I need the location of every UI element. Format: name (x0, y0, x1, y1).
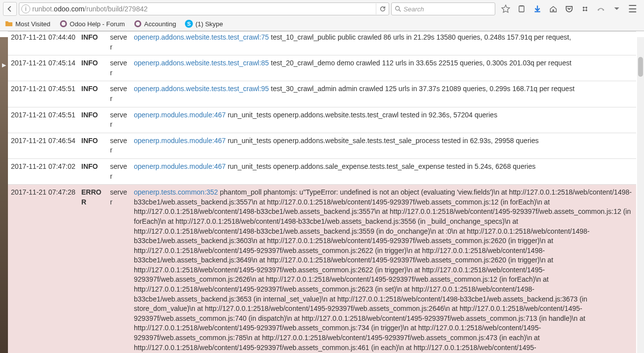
odoo-ring-icon (134, 20, 142, 28)
log-code-link[interactable]: openerp.addons.website.tests.test_crawl:… (134, 59, 269, 67)
log-level: INFO (78, 133, 107, 158)
svg-line-1 (399, 10, 401, 12)
log-code-link[interactable]: openerp.addons.website.tests.test_crawl:… (134, 85, 269, 93)
bookmark-item[interactable]: Odoo Help - Forum (59, 20, 125, 28)
log-text: test_20_crawl_demo demo crawled 112 urls… (269, 59, 571, 67)
bookmark-label: Accounting (144, 20, 176, 28)
log-timestamp: 2017-11-21 07:44:40 (8, 32, 78, 55)
log-level: ERROR (78, 185, 107, 353)
log-text: test_10_crawl_public public crawled 86 u… (269, 33, 571, 41)
log-text: run_unit_tests openerp.addons.website_sa… (226, 137, 538, 145)
sidebar-sliver: ▶ (0, 37, 8, 353)
log-message: openerp.modules.module:467 run_unit_test… (131, 133, 636, 158)
skype-icon: S (185, 20, 193, 28)
log-text: phantom_poll phantomjs: u"TypeError: und… (134, 188, 632, 353)
back-button[interactable] (3, 2, 17, 16)
url-input[interactable]: i runbot.odoo.com/runbot/build/279842 (19, 2, 389, 15)
log-message: openerp.addons.website.tests.test_crawl:… (131, 55, 636, 81)
bookmark-item[interactable]: Most Visited (5, 20, 51, 28)
log-level: INFO (78, 158, 107, 184)
log-source: server (107, 81, 131, 107)
home-icon[interactable] (549, 4, 558, 13)
svg-point-0 (396, 6, 400, 10)
log-row: 2017-11-21 07:47:28ERRORserveropenerp.te… (8, 185, 636, 353)
log-row: 2017-11-21 07:45:14INFOserveropenerp.add… (8, 55, 636, 81)
log-level: INFO (78, 55, 107, 81)
bookmark-item[interactable]: Accounting (134, 20, 176, 28)
log-source: server (107, 55, 131, 81)
log-level: INFO (78, 107, 107, 133)
log-message: openerp.modules.module:467 run_unit_test… (131, 107, 636, 133)
log-message: openerp.addons.website.tests.test_crawl:… (131, 32, 636, 55)
bookmarks-bar: Most VisitedOdoo Help - ForumAccountingS… (0, 18, 644, 31)
svg-point-8 (598, 9, 599, 11)
odoo-ring-icon (59, 20, 67, 28)
log-source: server (107, 133, 131, 158)
log-timestamp: 2017-11-21 07:46:54 (8, 133, 78, 158)
hamburger-menu-icon[interactable]: ☰ (628, 4, 637, 13)
url-bar-row: i runbot.odoo.com/runbot/build/279842 Se… (0, 0, 644, 18)
log-table: 2017-11-21 07:44:40INFOserveropenerp.add… (8, 31, 636, 353)
log-code-link[interactable]: openerp.tests.common:352 (134, 188, 218, 196)
log-source: server (107, 185, 131, 353)
log-message: openerp.addons.website.tests.test_crawl:… (131, 81, 636, 107)
log-timestamp: 2017-11-21 07:45:14 (8, 55, 78, 81)
clipboard-icon[interactable] (517, 4, 526, 13)
site-info-icon[interactable]: i (21, 4, 30, 13)
log-tbody: 2017-11-21 07:44:40INFOserveropenerp.add… (8, 32, 636, 353)
addon-icon[interactable] (581, 4, 589, 13)
log-row: 2017-11-21 07:45:51INFOserveropenerp.mod… (8, 107, 636, 133)
folder-icon (5, 20, 13, 28)
log-timestamp: 2017-11-21 07:47:28 (8, 185, 78, 353)
log-row: 2017-11-21 07:46:54INFOserveropenerp.mod… (8, 133, 636, 158)
browser-chrome: i runbot.odoo.com/runbot/build/279842 Se… (0, 0, 644, 31)
reload-button[interactable] (376, 3, 387, 14)
log-row: 2017-11-21 07:44:40INFOserveropenerp.add… (8, 32, 636, 55)
log-level: INFO (78, 32, 107, 55)
scrollbar[interactable] (637, 37, 644, 353)
addon2-icon[interactable] (596, 4, 605, 13)
log-text: run_unit_tests openerp.addons.sale_expen… (226, 162, 535, 170)
bookmark-item[interactable]: S(1) Skype (185, 20, 223, 28)
bookmark-star-icon[interactable] (501, 4, 510, 13)
log-timestamp: 2017-11-21 07:45:51 (8, 81, 78, 107)
search-placeholder: Search (404, 5, 424, 13)
download-icon[interactable] (533, 4, 542, 13)
log-code-link[interactable]: openerp.modules.module:467 (134, 137, 226, 145)
log-code-link[interactable]: openerp.modules.module:467 (134, 111, 226, 119)
log-row: 2017-11-21 07:47:02INFOserveropenerp.mod… (8, 158, 636, 184)
log-code-link[interactable]: openerp.modules.module:467 (134, 162, 226, 170)
bookmark-label: (1) Skype (195, 20, 223, 28)
scrollbar-thumb[interactable] (638, 57, 643, 77)
log-row: 2017-11-21 07:45:51INFOserveropenerp.add… (8, 81, 636, 107)
log-code-link[interactable]: openerp.addons.website.tests.test_crawl:… (134, 33, 269, 41)
dropdown-icon[interactable] (612, 4, 621, 13)
log-timestamp: 2017-11-21 07:45:51 (8, 107, 78, 133)
svg-rect-2 (519, 6, 524, 12)
bookmark-label: Odoo Help - Forum (70, 20, 125, 28)
log-container: 2017-11-21 07:44:40INFOserveropenerp.add… (8, 31, 636, 353)
svg-rect-3 (520, 5, 523, 6)
pocket-icon[interactable] (565, 4, 574, 13)
log-source: server (107, 158, 131, 184)
search-input[interactable]: Search (391, 2, 495, 15)
log-text: test_30_crawl_admin admin crawled 125 ur… (269, 85, 574, 93)
log-source: server (107, 32, 131, 55)
log-timestamp: 2017-11-21 07:47:02 (8, 158, 78, 184)
url-text: runbot.odoo.com/runbot/build/279842 (32, 5, 374, 13)
bookmark-label: Most Visited (15, 20, 51, 28)
log-message: openerp.tests.common:352 phantom_poll ph… (131, 185, 636, 353)
log-message: openerp.modules.module:467 run_unit_test… (131, 158, 636, 184)
log-text: run_unit_tests openerp.addons.website.te… (226, 111, 497, 119)
log-source: server (107, 107, 131, 133)
log-level: INFO (78, 81, 107, 107)
svg-point-9 (603, 9, 604, 11)
toolbar-icons: ☰ (497, 4, 641, 13)
